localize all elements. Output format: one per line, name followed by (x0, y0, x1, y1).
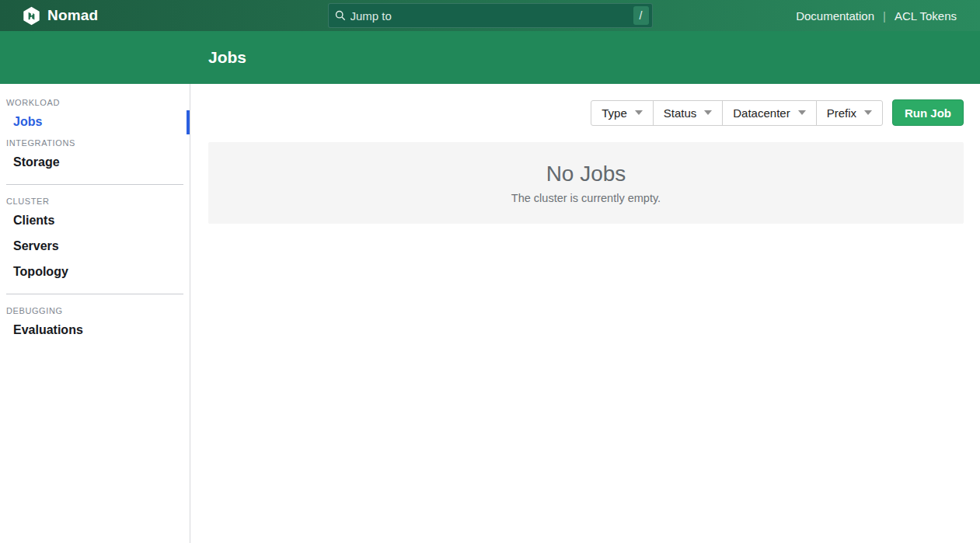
empty-state-message: The cluster is currently empty. (511, 192, 661, 204)
datacenter-filter-label: Datacenter (733, 106, 790, 120)
acl-tokens-link[interactable]: ACL Tokens (895, 9, 957, 23)
search-input[interactable] (350, 9, 633, 23)
sidebar-section-workload: WORKLOAD (0, 95, 190, 110)
run-job-button[interactable]: Run Job (892, 99, 964, 126)
search-icon (335, 10, 346, 21)
sidebar-section-cluster: CLUSTER (0, 193, 190, 208)
main-content: Type Status Datacenter Prefix Run Job (190, 84, 980, 543)
page-header: Jobs (0, 31, 980, 84)
empty-state-panel: No Jobs The cluster is currently empty. (208, 142, 964, 224)
caret-down-icon (704, 110, 712, 115)
sidebar-item-servers[interactable]: Servers (0, 234, 190, 259)
brand-name: Nomad (47, 7, 98, 24)
prefix-filter-label: Prefix (827, 106, 856, 120)
sidebar-divider (6, 184, 183, 185)
caret-down-icon (864, 110, 872, 115)
jobs-toolbar: Type Status Datacenter Prefix Run Job (208, 99, 964, 126)
status-filter-label: Status (664, 106, 697, 120)
sidebar-section-integrations: INTEGRATIONS (0, 135, 190, 150)
empty-state-title: No Jobs (546, 162, 626, 186)
type-filter-dropdown[interactable]: Type (591, 100, 654, 126)
documentation-link[interactable]: Documentation (796, 9, 874, 23)
sidebar: WORKLOAD Jobs INTEGRATIONS Storage CLUST… (0, 84, 190, 543)
prefix-filter-dropdown[interactable]: Prefix (816, 100, 883, 126)
sidebar-item-clients[interactable]: Clients (0, 208, 190, 234)
sidebar-item-topology[interactable]: Topology (0, 259, 190, 285)
jump-to-search[interactable]: / (328, 3, 653, 28)
shortcut-key-hint: / (633, 6, 649, 25)
topbar-links: Documentation | ACL Tokens (796, 9, 957, 23)
status-filter-dropdown[interactable]: Status (653, 100, 724, 126)
filter-group: Type Status Datacenter Prefix (591, 100, 883, 126)
nomad-brand[interactable]: Nomad (22, 6, 98, 26)
caret-down-icon (798, 110, 806, 115)
datacenter-filter-dropdown[interactable]: Datacenter (722, 100, 816, 126)
sidebar-item-storage[interactable]: Storage (0, 150, 190, 176)
caret-down-icon (635, 110, 643, 115)
sidebar-section-debugging: DEBUGGING (0, 303, 190, 318)
type-filter-label: Type (602, 106, 627, 120)
sidebar-item-jobs[interactable]: Jobs (0, 110, 190, 135)
sidebar-item-evaluations[interactable]: Evaluations (0, 318, 190, 343)
page-title: Jobs (208, 48, 246, 67)
link-separator: | (883, 9, 886, 23)
nomad-logo-icon (22, 6, 41, 26)
sidebar-divider (6, 294, 183, 294)
top-navigation-bar: Nomad / Documentation | ACL Tokens (0, 0, 980, 31)
